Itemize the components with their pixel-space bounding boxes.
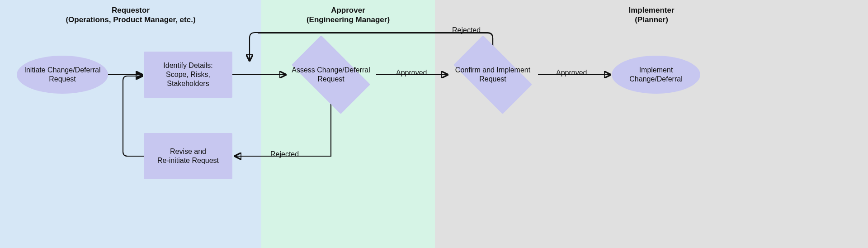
node-revise-reinitiate-label: Revise andRe-initiate Request <box>157 147 219 165</box>
edge-label-approved-1: Approved <box>396 69 427 77</box>
node-implement-change-label: ImplementChange/Deferral <box>629 66 682 84</box>
lane-requestor-subtitle: (Operations, Product Manager, etc.) <box>0 15 261 24</box>
lane-implementer-role: Implementer <box>435 5 868 15</box>
node-confirm-implement: Confirm and ImplementRequest <box>448 48 538 102</box>
lane-header-approver: Approver (Engineering Manager) <box>261 5 435 25</box>
edge-label-rejected-1: Rejected <box>270 150 299 158</box>
lane-approver-role: Approver <box>261 5 435 15</box>
lane-requestor-role: Requestor <box>0 5 261 15</box>
lane-approver-subtitle: (Engineering Manager) <box>261 15 435 24</box>
node-implement-change: ImplementChange/Deferral <box>612 56 700 94</box>
lane-implementer-subtitle: (Planner) <box>435 15 868 24</box>
lane-requestor: Requestor (Operations, Product Manager, … <box>0 0 261 248</box>
node-initiate-request-label: Initiate Change/DeferralRequest <box>24 66 101 84</box>
node-confirm-implement-label: Confirm and ImplementRequest <box>455 66 530 84</box>
lane-implementer: Implementer (Planner) <box>435 0 868 248</box>
edge-label-rejected-2: Rejected <box>452 26 481 34</box>
node-assess-request: Assess Change/DeferralRequest <box>286 48 376 102</box>
lane-approver: Approver (Engineering Manager) <box>261 0 435 248</box>
node-identify-details: Identify Details:Scope, Risks, Stakehold… <box>144 52 232 98</box>
node-revise-reinitiate: Revise andRe-initiate Request <box>144 133 232 179</box>
swimlane-flowchart: Requestor (Operations, Product Manager, … <box>0 0 868 248</box>
lane-header-requestor: Requestor (Operations, Product Manager, … <box>0 5 261 25</box>
node-assess-request-label: Assess Change/DeferralRequest <box>292 66 370 84</box>
edge-label-approved-2: Approved <box>556 69 587 77</box>
lane-header-implementer: Implementer (Planner) <box>435 5 868 25</box>
node-identify-details-label: Identify Details:Scope, Risks, Stakehold… <box>150 61 226 88</box>
node-initiate-request: Initiate Change/DeferralRequest <box>17 56 108 94</box>
